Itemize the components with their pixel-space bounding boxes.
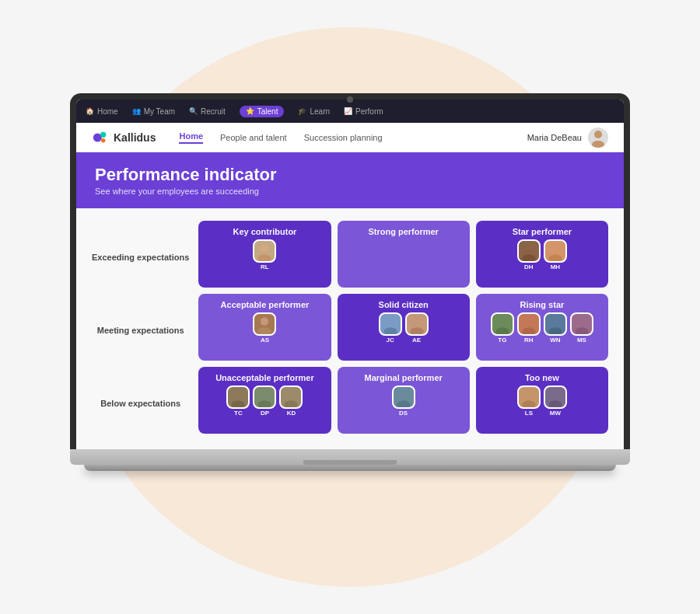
cell-rising-star-title: Rising star (520, 300, 564, 309)
nav-myteam-label: My Team (144, 107, 175, 116)
nav-talent-label: Talent (257, 107, 278, 116)
performance-grid: Exceeding expectations Meeting expectati… (92, 221, 608, 437)
page-subtitle: See where your employees are succeeding (95, 187, 605, 196)
svg-point-36 (548, 400, 562, 408)
avatar-circle-jc (379, 312, 402, 336)
avatar-image (588, 127, 608, 148)
svg-point-34 (522, 400, 535, 408)
avatar-as: AS (253, 312, 276, 344)
svg-point-7 (525, 244, 533, 252)
svg-point-1 (100, 131, 106, 137)
avatar-circle-rh (517, 312, 541, 336)
scene: 🏠 Home 👥 My Team 🔍 Recruit ⭐ Talent (0, 0, 700, 614)
main-content: Exceeding expectations Meeting expectati… (76, 208, 624, 449)
header-nav-people[interactable]: People and talent (220, 133, 287, 142)
avatar-label-tg: TG (498, 337, 506, 344)
logo: Kallidus (92, 129, 156, 146)
cell-acceptable-performer-title: Acceptable performer (221, 300, 310, 309)
label-meeting: Meeting expectations (92, 297, 189, 364)
avatar-label-dh: DH (524, 263, 534, 270)
cell-star-performer-title: Star performer (513, 227, 572, 236)
team-icon: 👥 (132, 107, 141, 115)
avatar-dh: DH (517, 239, 541, 270)
svg-point-9 (551, 244, 559, 252)
avatar-circle-ls (517, 385, 541, 409)
cell-too-new-title: Too new (525, 373, 559, 382)
avatar-circle-ms (570, 312, 593, 336)
svg-point-3 (594, 131, 602, 138)
cell-key-contributor-title: Key contributor (233, 227, 296, 236)
nav-perform[interactable]: 📈 Perform (344, 107, 383, 116)
avatar-rh: RH (517, 312, 541, 344)
svg-point-16 (410, 327, 423, 335)
home-icon: 🏠 (86, 107, 94, 115)
svg-point-8 (522, 254, 535, 262)
header-nav: Home People and talent Succession planni… (179, 131, 503, 144)
cell-unacceptable-performer-title: Unacceptable performer (215, 373, 314, 382)
cell-marginal-performer[interactable]: Marginal performer DS (338, 367, 470, 434)
header-nav-home[interactable]: Home (179, 131, 203, 144)
avatar-label-jc: JC (387, 337, 394, 344)
laptop-bottom (84, 465, 616, 471)
avatar-label-ds: DS (399, 410, 408, 417)
nav-perform-label: Perform (355, 107, 383, 116)
avatar-label-ae: AE (412, 337, 421, 344)
avatar-dp: DP (253, 385, 276, 417)
cell-marginal-performer-title: Marginal performer (365, 373, 443, 382)
svg-point-10 (548, 254, 562, 262)
avatar-ls: LS (517, 385, 541, 417)
cell-rising-star[interactable]: Rising star TG (476, 294, 608, 361)
avatar-tc: TC (226, 385, 250, 417)
cell-star-performer[interactable]: Star performer DH (476, 221, 608, 288)
svg-point-17 (499, 317, 506, 325)
svg-point-15 (412, 317, 420, 325)
avatar-label-ls: LS (525, 410, 533, 417)
nav-talent[interactable]: ⭐ Talent (240, 106, 285, 117)
svg-point-20 (522, 327, 535, 335)
nav-recruit[interactable]: 🔍 Recruit (189, 107, 226, 116)
svg-point-5 (261, 244, 268, 252)
logo-icon (92, 129, 109, 146)
avatar-circle-mh (544, 239, 567, 263)
nav-recruit-label: Recruit (201, 107, 226, 116)
nav-home[interactable]: 🏠 Home (86, 107, 118, 116)
avatar-circle-dp (253, 385, 276, 409)
cell-solid-citizen[interactable]: Solid citizen JC (338, 294, 470, 361)
cell-too-new[interactable]: Too new LS (476, 367, 608, 434)
avatars-star-performer: DH MH (517, 239, 567, 270)
avatar-jc: JC (379, 312, 402, 344)
cell-acceptable-performer[interactable]: Acceptable performer AS (198, 294, 331, 361)
laptop-screen-outer: 🏠 Home 👥 My Team 🔍 Recruit ⭐ Talent (70, 93, 630, 449)
svg-point-26 (232, 400, 245, 408)
cell-key-contributor[interactable]: Key contributor RL (198, 221, 331, 288)
recruit-icon: 🔍 (189, 107, 198, 115)
avatar-circle-ds (392, 385, 415, 409)
top-nav: 🏠 Home 👥 My Team 🔍 Recruit ⭐ Talent (76, 99, 624, 123)
cell-strong-performer-title: Strong performer (368, 227, 438, 236)
laptop-screen: 🏠 Home 👥 My Team 🔍 Recruit ⭐ Talent (76, 99, 624, 449)
avatars-solid-citizen: JC AE (379, 312, 429, 344)
nav-learn[interactable]: 🎓 Learn (298, 107, 330, 116)
avatar-ms: MS (570, 312, 593, 344)
svg-point-4 (592, 141, 604, 148)
perform-icon: 📈 (344, 107, 352, 115)
avatars-unacceptable: TC DP (226, 385, 303, 417)
avatar-circle-dh (517, 239, 541, 263)
svg-point-6 (258, 254, 271, 262)
avatars-marginal: DS (392, 385, 415, 417)
svg-point-30 (285, 400, 298, 408)
cell-strong-performer[interactable]: Strong performer (338, 221, 470, 288)
svg-point-2 (101, 138, 106, 142)
cell-unacceptable-performer[interactable]: Unacceptable performer TC (198, 367, 331, 434)
header-nav-succession[interactable]: Succession planning (304, 133, 383, 142)
avatar-mh: MH (544, 239, 567, 270)
learn-icon: 🎓 (298, 107, 306, 115)
svg-point-21 (551, 317, 559, 325)
avatar-label-tc: TC (234, 410, 243, 417)
avatar-tg: TG (491, 312, 514, 344)
page-header: Performance indicator See where your emp… (76, 152, 624, 208)
avatar-circle-tg (491, 312, 514, 336)
avatar-label-kd: KD (287, 410, 296, 417)
label-below: Below expectations (92, 370, 189, 437)
nav-myteam[interactable]: 👥 My Team (132, 107, 175, 116)
